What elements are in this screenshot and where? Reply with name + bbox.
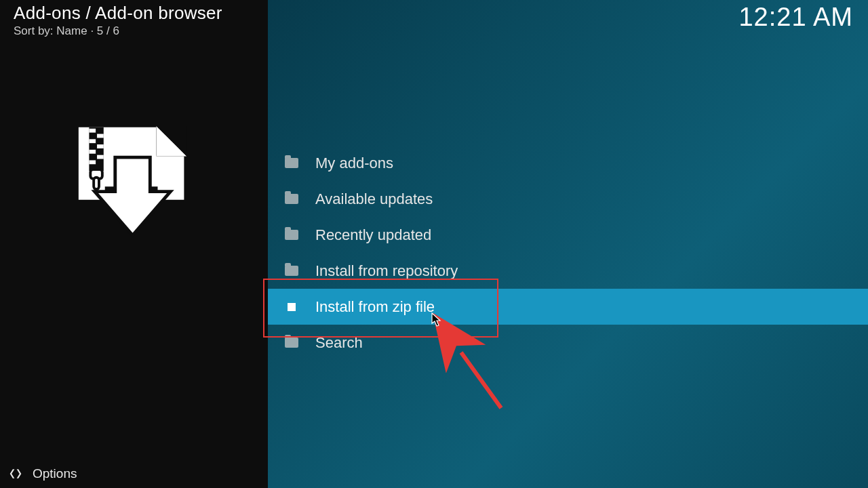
folder-icon bbox=[284, 192, 299, 207]
svg-rect-14 bbox=[89, 150, 96, 154]
install-zip-hero-icon bbox=[75, 123, 193, 242]
list-item-label: Install from repository bbox=[315, 262, 458, 280]
list-item-label: Install from zip file bbox=[315, 298, 435, 316]
sidebar bbox=[0, 0, 268, 488]
list-item-label: My add-ons bbox=[315, 155, 393, 172]
list-item-search[interactable]: Search bbox=[268, 325, 868, 361]
list-item-my-addons[interactable]: My add-ons bbox=[268, 145, 868, 181]
content-area: My add-ons Available updates Recently up… bbox=[268, 0, 868, 488]
list-item-recently-updated[interactable]: Recently updated bbox=[268, 217, 868, 253]
sort-separator: · bbox=[90, 24, 96, 37]
options-icon bbox=[8, 466, 23, 481]
folder-icon bbox=[284, 336, 299, 350]
list-item-label: Search bbox=[315, 334, 363, 352]
list-item-install-from-zip[interactable]: Install from zip file bbox=[268, 289, 868, 325]
list-item-label: Available updates bbox=[315, 190, 433, 208]
svg-rect-16 bbox=[89, 160, 96, 164]
sort-line: Sort by: Name · 5 / 6 bbox=[14, 24, 222, 38]
header: Add-ons / Add-on browser Sort by: Name ·… bbox=[14, 3, 222, 38]
folder-icon bbox=[284, 228, 299, 243]
list-item-label: Recently updated bbox=[315, 226, 431, 244]
svg-rect-13 bbox=[97, 144, 104, 148]
sort-value: Name bbox=[56, 24, 87, 37]
svg-rect-10 bbox=[89, 129, 96, 133]
svg-rect-15 bbox=[97, 155, 104, 159]
svg-rect-18 bbox=[94, 178, 99, 190]
list-item-install-from-repository[interactable]: Install from repository bbox=[268, 253, 868, 289]
sort-prefix: Sort by: bbox=[14, 24, 56, 37]
breadcrumb: Add-ons / Add-on browser bbox=[14, 3, 222, 24]
file-icon bbox=[284, 300, 299, 314]
svg-rect-11 bbox=[97, 134, 104, 138]
footer-options[interactable]: Options bbox=[8, 466, 77, 481]
options-label: Options bbox=[33, 466, 77, 481]
folder-icon bbox=[284, 156, 299, 171]
list-position: 5 / 6 bbox=[97, 24, 119, 37]
addon-browser-list: My add-ons Available updates Recently up… bbox=[268, 145, 868, 361]
folder-icon bbox=[284, 264, 299, 279]
svg-rect-9 bbox=[89, 127, 103, 171]
svg-rect-12 bbox=[89, 139, 96, 143]
list-item-available-updates[interactable]: Available updates bbox=[268, 181, 868, 217]
